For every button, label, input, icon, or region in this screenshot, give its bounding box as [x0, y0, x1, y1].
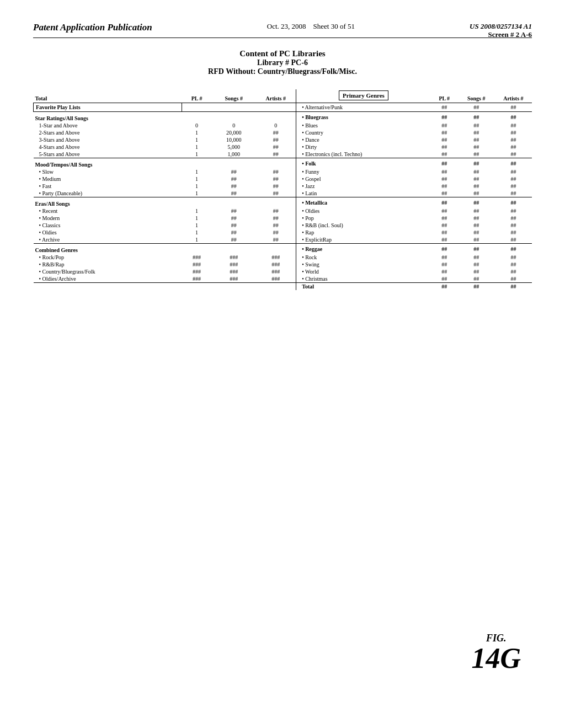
rp-artists: ### [255, 254, 296, 261]
g-pop-pl: ## [431, 215, 458, 222]
g-rap-songs: ## [458, 229, 495, 236]
g-jazz-songs: ## [458, 183, 495, 190]
g-rock-songs: ## [458, 254, 495, 261]
4star-label: 4-Stars and Above [34, 143, 182, 151]
oldies-pl: 1 [182, 229, 212, 236]
genre-electronics: • Electronics (incl. Techno) [296, 151, 431, 158]
g-reg-songs: ## [458, 244, 495, 254]
total-row: Total ## ## ## [34, 283, 532, 291]
genre-folk: • Folk [296, 158, 431, 169]
modern-label: • Modern [34, 215, 182, 222]
g-blues-pl: ## [431, 122, 458, 129]
2star-pl: 1 [182, 129, 212, 136]
g-blues-artists: ## [495, 122, 532, 129]
recent-label: • Recent [34, 207, 182, 215]
rr-pl: ### [182, 261, 212, 268]
genre-bluegrass: • Bluegrass [296, 112, 431, 122]
star-ratings-label: Star Ratings/All Songs [34, 112, 182, 122]
fast-songs: ## [212, 183, 255, 190]
g-dance-songs: ## [458, 136, 495, 143]
table-row: 5-Stars and Above 1 1,000 ## • Electroni… [34, 151, 532, 158]
table-body: Favorite Play Lists • Alternative/Punk #… [34, 103, 532, 291]
table-row: Eras/All Songs • Metallica ## ## ## [34, 197, 532, 208]
g-met-artists: ## [495, 197, 532, 208]
g-world-songs: ## [458, 268, 495, 275]
slow-label: • Slow [34, 168, 182, 175]
g-alt-artists: ## [495, 103, 532, 112]
recent-songs: ## [212, 207, 255, 215]
rock-pop-label: • Rock/Pop [34, 254, 182, 261]
medium-pl: 1 [182, 175, 212, 183]
page-header: Patent Application Publication Oct. 23, … [33, 22, 532, 38]
party-songs: ## [212, 190, 255, 197]
g-old-pl: ## [431, 207, 458, 215]
recent-artists: ## [255, 207, 296, 215]
g-old-artists: ## [495, 207, 532, 215]
classics-songs: ## [212, 222, 255, 229]
g-reg-pl: ## [431, 244, 458, 254]
table-row: • Party (Danceable) 1 ## ## • Latin ## #… [34, 190, 532, 197]
genre-total-songs: ## [458, 283, 495, 291]
classics-label: • Classics [34, 222, 182, 229]
table-row: • Country/Bluegrass/Folk ### ### ### • W… [34, 268, 532, 275]
fav-artists [255, 103, 296, 112]
genre-blues: • Blues [296, 122, 431, 129]
genre-jazz: • Jazz [296, 183, 431, 190]
title-main: Content of PC Libraries [33, 49, 532, 58]
oldies-era-label: • Oldies [34, 229, 182, 236]
page: Patent Application Publication Oct. 23, … [0, 0, 565, 728]
oldies-songs: ## [212, 229, 255, 236]
table-row: • Classics 1 ## ## • R&B (incl. Soul) ##… [34, 222, 532, 229]
table-row: • Rock/Pop ### ### ### • Rock ## ## ## [34, 254, 532, 261]
classics-artists: ## [255, 222, 296, 229]
g-latin-pl: ## [431, 190, 458, 197]
5star-label: 5-Stars and Above [34, 151, 182, 158]
1star-artists: 0 [255, 122, 296, 129]
table-row: • Oldies/Archive ### ### ### • Christmas… [34, 275, 532, 283]
g-rnb-pl: ## [431, 222, 458, 229]
g-met-pl: ## [431, 197, 458, 208]
genre-pl-header: PL # [431, 89, 458, 103]
table-row: 4-Stars and Above 1 5,000 ## • Dirty ## … [34, 143, 532, 151]
1star-songs: 0 [212, 122, 255, 129]
table-row: • Oldies 1 ## ## • Rap ## ## ## [34, 229, 532, 236]
g-swing-artists: ## [495, 261, 532, 268]
archive-pl: 1 [182, 236, 212, 244]
title-section: Content of PC Libraries Library # PC-6 R… [33, 49, 532, 76]
g-bl-songs: ## [458, 112, 495, 122]
g-blues-songs: ## [458, 122, 495, 129]
genre-rock: • Rock [296, 254, 431, 261]
slow-pl: 1 [182, 168, 212, 175]
2star-label: 2-Stars and Above [34, 129, 182, 136]
g-country-artists: ## [495, 129, 532, 136]
combined-genres-label: Combined Genres [34, 244, 182, 254]
g-xmas-pl: ## [431, 275, 458, 283]
genre-pop: • Pop [296, 215, 431, 222]
archive-era-label: • Archive [34, 236, 182, 244]
1star-pl: 0 [182, 122, 212, 129]
genre-gospel: • Gospel [296, 175, 431, 183]
primary-genres-label: Primary Genres [339, 90, 388, 100]
modern-artists: ## [255, 215, 296, 222]
modern-songs: ## [212, 215, 255, 222]
genre-dance: • Dance [296, 136, 431, 143]
g-jazz-artists: ## [495, 183, 532, 190]
table-row: Mood/Tempos/All Songs • Folk ## ## ## [34, 158, 532, 169]
party-label: • Party (Danceable) [34, 190, 182, 197]
oa-pl: ### [182, 275, 212, 283]
4star-songs: 5,000 [212, 143, 255, 151]
g-rnb-songs: ## [458, 222, 495, 229]
g-elec-pl: ## [431, 151, 458, 158]
header-center: Oct. 23, 2008 Sheet 30 of 51 [267, 22, 355, 31]
cbf-artists: ### [255, 268, 296, 275]
g-bl-artists: ## [495, 112, 532, 122]
g-country-songs: ## [458, 129, 495, 136]
genre-reggae: • Reggae [296, 244, 431, 254]
g-world-artists: ## [495, 268, 532, 275]
g-old-songs: ## [458, 207, 495, 215]
g-rnb-artists: ## [495, 222, 532, 229]
g-elec-songs: ## [458, 151, 495, 158]
4star-artists: ## [255, 143, 296, 151]
songs-col-header: Songs # [212, 89, 255, 103]
genre-total-artists: ## [495, 283, 532, 291]
